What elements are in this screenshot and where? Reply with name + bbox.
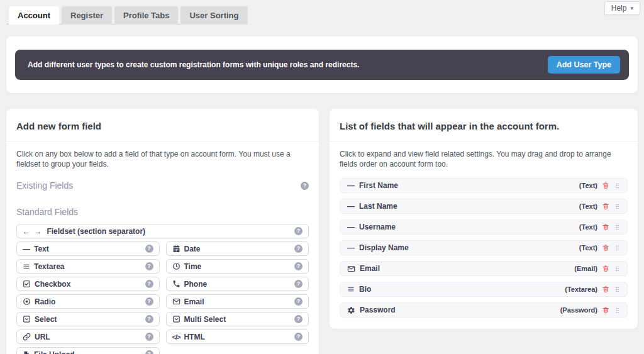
dash-icon: — (347, 243, 355, 252)
drag-handle-icon[interactable] (614, 203, 621, 210)
add-field-panel-body: Click on any box below to add a field of… (6, 141, 319, 354)
help-icon[interactable]: ? (145, 297, 153, 306)
help-icon[interactable]: ? (294, 297, 303, 306)
field-row-label: Email (360, 264, 380, 273)
tab-profile-tabs[interactable]: Profile Tabs (114, 6, 178, 25)
help-icon[interactable]: ? (145, 280, 153, 288)
field-button-checkbox[interactable]: Checkbox ? (16, 277, 160, 291)
help-icon[interactable]: ? (145, 350, 153, 354)
trash-icon[interactable] (602, 223, 609, 231)
add-field-panel-header: Add new form field (6, 109, 319, 141)
field-button-fieldset[interactable]: ← → Fieldset (section separator) ? (16, 224, 309, 238)
field-row-display-name[interactable]: — Display Name (Text) (340, 240, 628, 255)
drag-handle-icon[interactable] (614, 286, 621, 293)
field-button-email[interactable]: Email ? (166, 294, 309, 309)
field-button-time[interactable]: Time ? (166, 259, 309, 274)
drag-handle-icon[interactable] (614, 182, 621, 189)
field-row-bio[interactable]: Bio (Textarea) (340, 282, 628, 297)
drag-handle-icon[interactable] (614, 265, 621, 272)
trash-icon[interactable] (602, 202, 609, 210)
field-row-password[interactable]: Password (Password) (340, 302, 628, 318)
help-icon[interactable]: ? (301, 182, 309, 190)
account-fields-panel-body: Click to expand and view field related s… (330, 141, 638, 329)
account-fields-panel: List of fields that will appear in the a… (330, 109, 638, 329)
field-button-label: Multi Select (184, 315, 291, 324)
help-icon[interactable]: ? (294, 333, 303, 341)
field-button-phone[interactable]: Phone ? (166, 277, 309, 291)
tab-bar: Account Register Profile Tabs User Sorti… (6, 6, 248, 25)
field-row-label: Username (359, 223, 396, 231)
field-row-label: Display Name (359, 243, 409, 252)
help-icon[interactable]: ? (294, 262, 303, 270)
dash-icon: — (347, 202, 355, 211)
field-button-select[interactable]: Select ? (16, 312, 160, 326)
field-button-label: Fieldset (section separator) (47, 227, 291, 236)
add-user-type-button[interactable]: Add User Type (548, 56, 620, 74)
field-button-label: Radio (35, 297, 142, 306)
drag-handle-icon[interactable] (614, 307, 621, 314)
field-button-text[interactable]: — Text ? (16, 241, 160, 256)
field-type-badge: (Text) (579, 182, 597, 189)
field-type-badge: (Email) (574, 265, 597, 272)
help-icon[interactable]: ? (145, 333, 153, 341)
field-button-date[interactable]: Date ? (166, 241, 309, 256)
field-type-badge: (Text) (579, 202, 597, 210)
trash-icon[interactable] (602, 265, 609, 272)
field-button-file-upload[interactable]: File Upload ? (16, 347, 160, 354)
standard-fields-heading: Standard Fields (16, 207, 309, 217)
envelope-icon (347, 265, 355, 273)
gear-icon (347, 306, 355, 314)
field-button-radio[interactable]: Radio ? (16, 294, 160, 309)
field-button-multi-select[interactable]: Multi Select ? (166, 312, 309, 326)
lines-icon (23, 263, 30, 270)
tab-user-sorting[interactable]: User Sorting (180, 6, 247, 25)
help-dropdown[interactable]: Help ▾ (604, 1, 640, 15)
add-field-panel-title: Add new form field (16, 121, 309, 131)
drag-handle-icon[interactable] (614, 245, 621, 252)
help-icon[interactable]: ? (294, 245, 303, 253)
code-icon: </> (172, 333, 180, 341)
field-button-label: File Upload (34, 350, 142, 354)
help-icon[interactable]: ? (294, 227, 303, 235)
field-row-email[interactable]: Email (Email) (340, 261, 628, 276)
help-icon[interactable]: ? (145, 245, 153, 253)
trash-icon[interactable] (602, 182, 609, 189)
field-button-label: HTML (184, 333, 291, 341)
trash-icon[interactable] (602, 244, 609, 252)
field-button-textarea[interactable]: Textarea ? (16, 259, 160, 274)
field-row-username[interactable]: — Username (Text) (340, 219, 628, 235)
file-icon (23, 351, 30, 354)
chevron-down-icon: ▾ (630, 5, 633, 11)
help-icon[interactable]: ? (294, 315, 303, 323)
clock-icon (172, 262, 180, 270)
account-fields-panel-header: List of fields that will appear in the a… (330, 109, 638, 141)
existing-fields-row: Existing Fields ? (16, 180, 309, 191)
field-button-url[interactable]: URL ? (16, 329, 160, 344)
link-icon (23, 333, 31, 341)
trash-icon[interactable] (602, 285, 609, 293)
checkbox-icon (23, 280, 31, 288)
help-icon[interactable]: ? (145, 315, 153, 323)
tab-register[interactable]: Register (62, 6, 112, 25)
account-fields-panel-title: List of fields that will appear in the a… (340, 121, 628, 131)
drag-handle-icon[interactable] (614, 224, 621, 231)
tab-account[interactable]: Account (9, 6, 59, 25)
calendar-icon (172, 245, 180, 253)
field-row-last-name[interactable]: — Last Name (Text) (340, 199, 628, 214)
field-type-grid: ← → Fieldset (section separator) ? — Tex… (16, 224, 309, 354)
account-fields-description: Click to expand and view field related s… (340, 149, 628, 169)
field-button-label: Text (34, 245, 142, 253)
user-type-banner: Add different user types to create custo… (15, 50, 629, 80)
dash-icon: — (347, 223, 355, 231)
add-field-description: Click on any box below to add a field of… (16, 149, 309, 169)
field-button-label: Textarea (34, 262, 142, 271)
phone-icon (172, 280, 180, 288)
help-icon[interactable]: ? (145, 262, 153, 270)
field-button-html[interactable]: </> HTML ? (166, 329, 309, 344)
field-row-first-name[interactable]: — First Name (Text) (340, 178, 628, 193)
help-icon[interactable]: ? (294, 280, 303, 288)
envelope-icon (172, 297, 180, 306)
field-button-label: Email (184, 297, 291, 306)
dash-icon: — (347, 181, 355, 190)
trash-icon[interactable] (602, 306, 609, 314)
